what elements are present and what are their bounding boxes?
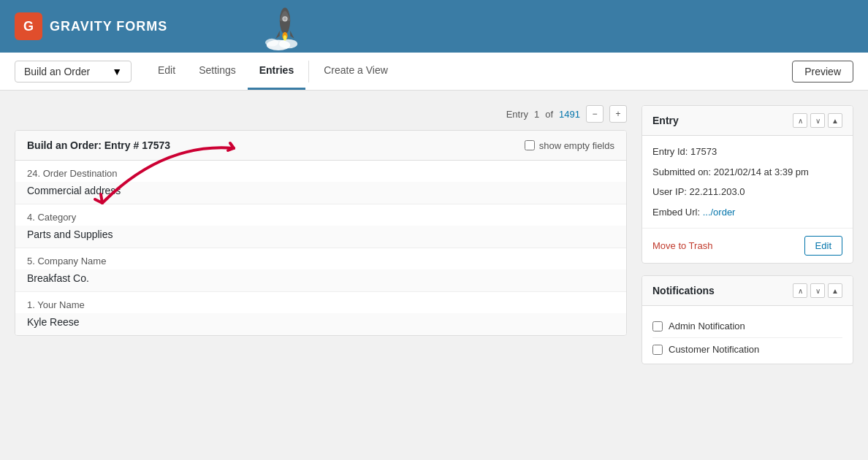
entry-nav-separator: of — [545, 109, 553, 120]
notifications-expand[interactable]: ▲ — [828, 283, 842, 298]
logo: G GRAVITY FORMS — [15, 12, 167, 40]
entry-title: Build an Order: Entry # 17573 — [27, 139, 170, 151]
entry-table-container: Build an Order: Entry # 17573 show empty… — [15, 130, 627, 336]
entry-navigation: Entry 1 of 1491 − + — [15, 105, 627, 123]
admin-notification-label: Admin Notification — [669, 321, 745, 331]
entry-info-collapse-up[interactable]: ∧ — [793, 113, 807, 128]
customer-notification-label: Customer Notification — [669, 344, 759, 355]
svg-point-5 — [283, 18, 287, 21]
entry-info-collapse-down[interactable]: ∨ — [810, 113, 825, 128]
logo-text: GRAVITY FORMS — [50, 19, 167, 34]
entry-info-header: Entry ∧ ∨ ▲ — [642, 106, 853, 136]
table-row: 1. Your Name Kyle Reese — [15, 292, 626, 335]
field-value: Breakfast Co. — [15, 269, 626, 291]
customer-notification-checkbox[interactable] — [652, 345, 663, 355]
notifications-header: Notifications ∧ ∨ ▲ — [642, 276, 853, 306]
list-item: Customer Notification — [652, 338, 842, 355]
left-panel: Entry 1 of 1491 − + Build an Order: Entr… — [15, 105, 627, 445]
move-to-trash-link[interactable]: Move to Trash — [652, 240, 712, 251]
right-panel: Entry ∧ ∨ ▲ Entry Id: 17573 Submitted on… — [642, 105, 853, 445]
field-value: Kyle Reese — [15, 313, 626, 335]
field-label: 5. Company Name — [15, 248, 626, 269]
nav-tabs: Edit Settings Entries Create a View — [146, 53, 400, 90]
form-selector[interactable]: Build an Order ▼ — [15, 61, 132, 83]
notifications-section: Notifications ∧ ∨ ▲ Admin Notification C… — [642, 275, 853, 364]
tab-settings[interactable]: Settings — [187, 53, 248, 90]
field-label: 24. Order Destination — [15, 161, 626, 182]
svg-point-1 — [279, 39, 297, 49]
embed-url-link[interactable]: .../order — [703, 207, 736, 218]
notifications-collapse-up[interactable]: ∧ — [793, 283, 807, 298]
tab-create-view[interactable]: Create a View — [312, 53, 400, 90]
entry-id-row: Entry Id: 17573 — [652, 145, 842, 159]
show-empty-fields-checkbox[interactable] — [525, 140, 535, 150]
table-row: 24. Order Destination Commercial address — [15, 161, 626, 204]
table-row: 5. Company Name Breakfast Co. — [15, 248, 626, 292]
entry-info-body: Entry Id: 17573 Submitted on: 2021/02/14… — [642, 136, 853, 228]
header: G GRAVITY FORMS — [0, 0, 868, 53]
entry-nav-total: 1491 — [559, 109, 580, 120]
entry-info-title: Entry — [652, 115, 679, 126]
logo-icon: G — [15, 12, 42, 40]
embed-url-prefix: Embed Url: — [652, 207, 700, 218]
field-label: 1. Your Name — [15, 292, 626, 313]
svg-point-7 — [283, 35, 287, 40]
entry-next-button[interactable]: + — [609, 105, 627, 123]
entry-table: Build an Order: Entry # 17573 show empty… — [15, 130, 627, 336]
list-item: Admin Notification — [652, 315, 842, 338]
edit-entry-button[interactable]: Edit — [804, 236, 842, 256]
entry-nav-current: 1 — [534, 109, 539, 120]
tab-entries[interactable]: Entries — [248, 53, 305, 90]
field-label: 4. Category — [15, 204, 626, 226]
nav-bar: Build an Order ▼ Edit Settings Entries C… — [0, 53, 868, 91]
entry-info-controls: ∧ ∨ ▲ — [793, 113, 842, 128]
field-value: Parts and Supplies — [15, 226, 626, 248]
show-empty-fields-text: show empty fields — [539, 140, 614, 151]
show-empty-fields-label[interactable]: show empty fields — [525, 140, 614, 151]
form-selector-label: Build an Order — [24, 66, 90, 77]
user-ip-row: User IP: 22.211.203.0 — [652, 185, 842, 199]
svg-point-2 — [265, 39, 278, 47]
tab-edit[interactable]: Edit — [146, 53, 187, 90]
entry-info-section: Entry ∧ ∨ ▲ Entry Id: 17573 Submitted on… — [642, 105, 853, 264]
table-row: 4. Category Parts and Supplies — [15, 204, 626, 248]
main-content: Entry 1 of 1491 − + Build an Order: Entr… — [0, 91, 868, 460]
preview-button[interactable]: Preview — [792, 61, 853, 83]
entry-table-header: Build an Order: Entry # 17573 show empty… — [15, 131, 626, 161]
entry-info-expand[interactable]: ▲ — [828, 113, 842, 128]
submitted-on-row: Submitted on: 2021/02/14 at 3:39 pm — [652, 165, 842, 180]
entry-prev-button[interactable]: − — [586, 105, 604, 123]
notifications-controls: ∧ ∨ ▲ — [793, 283, 842, 298]
entry-actions: Move to Trash Edit — [642, 228, 853, 263]
embed-url-row: Embed Url: .../order — [652, 205, 842, 220]
chevron-down-icon: ▼ — [112, 66, 122, 77]
notifications-title: Notifications — [652, 285, 715, 296]
rocket-illustration — [263, 0, 307, 53]
notifications-body: Admin Notification Customer Notification — [642, 306, 853, 364]
field-value: Commercial address — [15, 182, 626, 204]
notifications-collapse-down[interactable]: ∨ — [810, 283, 825, 298]
nav-separator — [308, 61, 309, 83]
admin-notification-checkbox[interactable] — [652, 321, 663, 331]
entry-nav-prefix: Entry — [506, 109, 528, 120]
